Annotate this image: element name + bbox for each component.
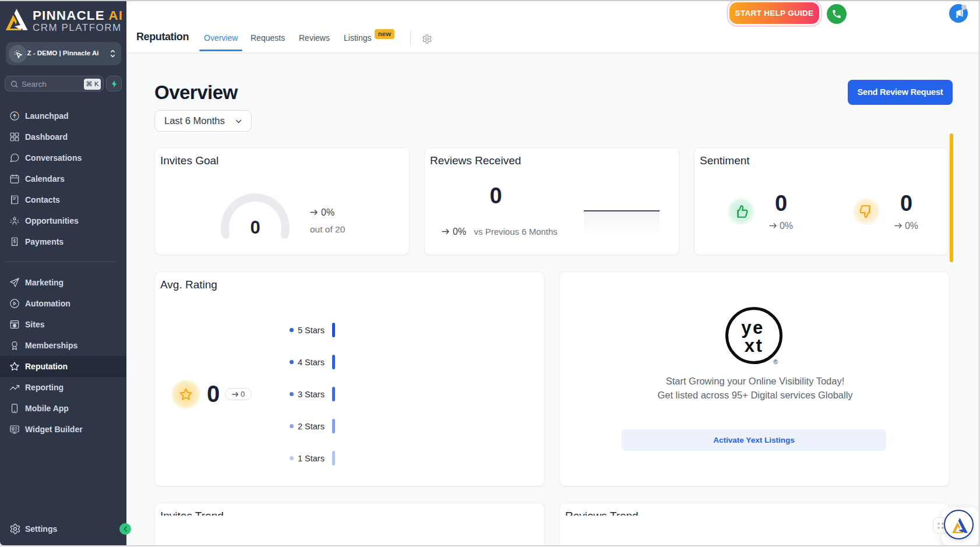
svg-text:xt: xt: [745, 336, 764, 356]
svg-text:ye: ye: [741, 317, 764, 338]
